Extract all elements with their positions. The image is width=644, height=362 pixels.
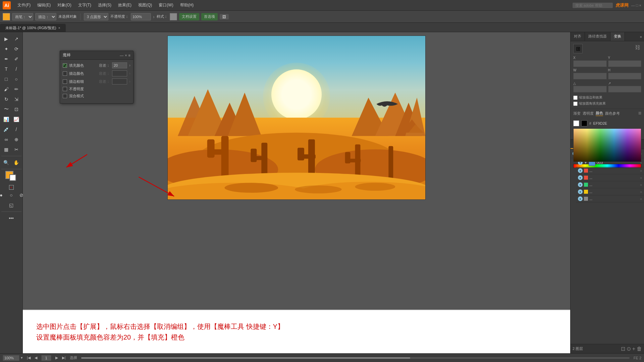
graph-tool[interactable]: 📊 xyxy=(2,115,11,124)
search-input[interactable] xyxy=(573,3,613,8)
more-tools[interactable]: ••• xyxy=(7,214,16,223)
doc-settings-btn[interactable]: 文档设置 xyxy=(179,13,199,20)
warp-tool[interactable]: 〜 xyxy=(2,105,11,114)
shear-input[interactable] xyxy=(608,86,642,93)
link-icon[interactable]: ⛓ xyxy=(634,44,641,51)
eyedropper-tool[interactable]: 💉 xyxy=(2,125,11,134)
white-swatch[interactable] xyxy=(573,120,579,126)
fill-color-checkbox[interactable]: ✓ xyxy=(63,63,67,68)
extra-tool-2[interactable]: ○ xyxy=(7,190,16,200)
menu-window[interactable]: 窗口(W) xyxy=(156,1,176,9)
brush-select[interactable]: 画笔： xyxy=(12,13,33,20)
page-input[interactable] xyxy=(41,355,51,361)
layer-red-2-lock[interactable]: ○ xyxy=(640,176,642,180)
opacity-checkbox[interactable] xyxy=(63,87,67,91)
menu-view[interactable]: 视图(Q) xyxy=(136,1,155,9)
column-graph-tool[interactable]: ▦ xyxy=(2,145,11,154)
x-input[interactable] xyxy=(573,60,607,67)
transform-icon-1[interactable]: ⊞ xyxy=(573,44,583,53)
free-transform-tool[interactable]: ⊡ xyxy=(12,105,21,114)
layer-red-2-eye[interactable]: ● xyxy=(578,175,583,180)
menu-effect[interactable]: 效果(E) xyxy=(115,1,134,9)
extra-toolbar-item[interactable]: 🖼 xyxy=(220,14,229,19)
menu-edit[interactable]: 编辑(E) xyxy=(35,1,53,9)
layer-red-1-lock[interactable]: ○ xyxy=(640,169,642,173)
zoom-input[interactable] xyxy=(3,355,19,361)
layer-new-from-selection[interactable]: ⊡ xyxy=(621,346,625,352)
hand-tool[interactable]: ✋ xyxy=(12,158,21,167)
fill-color-swatch[interactable] xyxy=(3,13,10,20)
slice-tool[interactable]: ✂ xyxy=(12,145,21,154)
blend-mode-checkbox[interactable] xyxy=(63,94,67,98)
line-tool[interactable]: / xyxy=(12,64,21,74)
rotate-tool[interactable]: ↻ xyxy=(2,95,11,104)
stroke-color-checkbox[interactable] xyxy=(63,71,67,76)
layer-red-1-eye[interactable]: ● xyxy=(578,168,583,173)
layer-gray[interactable]: ● ... ○ xyxy=(576,195,644,202)
panel-close-right[interactable]: × xyxy=(638,32,644,41)
first-option-btn[interactable]: 首选项 xyxy=(201,13,218,20)
background-color[interactable] xyxy=(9,174,16,181)
menu-help[interactable]: 帮助(H) xyxy=(177,1,197,9)
symbol-tool[interactable]: ⊕ xyxy=(12,135,21,144)
zoom-arrows[interactable]: ▾ xyxy=(21,356,23,360)
nav-last[interactable]: ▶| xyxy=(62,356,66,360)
layer-red-2[interactable]: ● ... ○ xyxy=(576,174,644,181)
tolerance-input-3[interactable] xyxy=(112,78,127,84)
measure-tool[interactable]: / xyxy=(12,125,21,134)
blend-tool[interactable]: ∞ xyxy=(2,135,11,144)
pathfinder-tab[interactable]: 路径查找器 xyxy=(585,32,610,41)
menu-file[interactable]: 文件(F) xyxy=(15,1,33,9)
color-gradient-picker[interactable] xyxy=(573,128,641,162)
transform-tab[interactable]: 变换 xyxy=(610,32,625,41)
panel-options-btn[interactable]: ≡ xyxy=(128,53,130,57)
align-tab[interactable]: 对齐 xyxy=(571,32,585,41)
layer-delete[interactable]: 🗑 xyxy=(637,346,642,352)
layer-red-1[interactable]: ● ... ○ xyxy=(576,167,644,174)
text-tool[interactable]: T xyxy=(2,64,11,74)
nav-prev[interactable]: ◀ xyxy=(35,356,37,360)
panel-close-btn[interactable]: × xyxy=(125,53,127,57)
swatches-menu[interactable]: ≡ xyxy=(638,110,641,116)
layer-green-lock[interactable]: ○ xyxy=(640,183,642,187)
menu-object[interactable]: 对象(O) xyxy=(55,1,74,9)
h-input[interactable] xyxy=(608,73,642,79)
ellipse-tool[interactable]: ○ xyxy=(12,74,21,84)
stroke-width-checkbox[interactable] xyxy=(63,79,67,84)
direct-select-tool[interactable]: ↗ xyxy=(12,34,21,44)
layer-green[interactable]: ● ... ○ xyxy=(576,181,644,188)
tab-close-btn[interactable]: × xyxy=(58,26,60,30)
scale-strokes-check[interactable] xyxy=(573,96,578,100)
w-input[interactable] xyxy=(573,73,607,79)
magic-wand-panel-header[interactable]: 魔棒 — × ≡ xyxy=(60,51,133,60)
opacity-expand-icon[interactable]: › xyxy=(153,14,155,19)
pencil-tool[interactable]: ✏ xyxy=(12,84,21,94)
zoom-tool[interactable]: 🔍 xyxy=(2,158,11,167)
layer-clipping-mask[interactable]: ⊙ xyxy=(627,346,631,352)
layer-new[interactable]: + xyxy=(632,346,635,352)
tolerance-input-2[interactable] xyxy=(112,70,127,76)
tool-select[interactable]: 描边： xyxy=(35,13,56,20)
magic-wand-tool[interactable]: ✦ xyxy=(2,44,11,54)
black-swatch[interactable] xyxy=(581,120,587,126)
select-tool[interactable]: ▶ xyxy=(2,34,11,44)
none-stroke[interactable]: × xyxy=(9,185,14,190)
nav-next[interactable]: ▶ xyxy=(55,356,58,360)
layer-green-eye[interactable]: ● xyxy=(578,182,583,187)
curvature-tool[interactable]: ✐ xyxy=(12,54,21,64)
rect-tool[interactable]: □ xyxy=(2,74,11,84)
y-input[interactable] xyxy=(608,60,642,67)
extra-tool-1[interactable]: ● xyxy=(0,190,6,200)
scale-corners-check[interactable] xyxy=(573,102,578,106)
panel-min-btn[interactable]: — xyxy=(120,53,123,57)
pen-tool[interactable]: ✒ xyxy=(2,54,11,64)
layer-yellow-lock[interactable]: ○ xyxy=(640,190,642,194)
bar-chart-tool[interactable]: 📈 xyxy=(12,115,21,124)
style-swatch[interactable] xyxy=(170,13,177,20)
tolerance-input-1[interactable] xyxy=(112,62,127,68)
opacity-input[interactable] xyxy=(131,13,151,20)
layer-yellow[interactable]: ● ... ○ xyxy=(576,188,644,195)
layer-gray-lock[interactable]: ○ xyxy=(640,197,642,201)
layer-gray-eye[interactable]: ● xyxy=(578,196,583,201)
tolerance-expand-icon[interactable]: › xyxy=(129,63,130,68)
